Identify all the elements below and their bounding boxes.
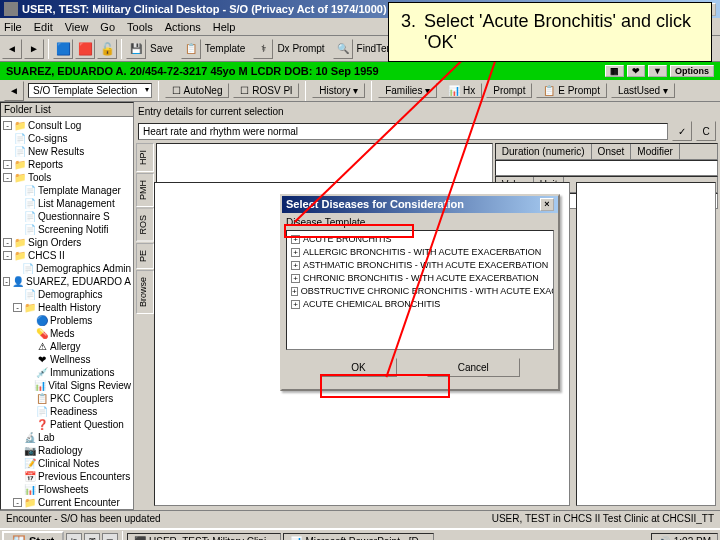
cancel-button[interactable]: Cancel bbox=[427, 358, 520, 377]
vtab-pmh[interactable]: PMH bbox=[136, 173, 154, 207]
sb-icon-1[interactable]: ◄ bbox=[4, 81, 24, 101]
history-button[interactable]: History ▾ bbox=[312, 83, 365, 98]
task-app2[interactable]: 📊 Microsoft PowerPoint - [D... bbox=[283, 533, 434, 541]
disease-item[interactable]: +CHRONIC BRONCHITIS - WITH ACUTE EXACERB… bbox=[289, 272, 551, 285]
tree-item[interactable]: 📊Flowsheets bbox=[3, 483, 131, 496]
nav-back-button[interactable]: ◄ bbox=[2, 39, 22, 59]
vtab-browse[interactable]: Browse bbox=[136, 270, 154, 314]
start-button[interactable]: 🪟 Start bbox=[2, 531, 64, 541]
tree-item[interactable]: -📁CHCS II bbox=[3, 249, 131, 262]
tree-item[interactable]: ⚠Allergy bbox=[3, 340, 131, 353]
disease-item[interactable]: +ACUTE BRONCHITIS bbox=[289, 233, 551, 246]
rosvpl-button[interactable]: ☐ ROSV Pl bbox=[233, 83, 299, 98]
tree-item[interactable]: 📷Radiology bbox=[3, 444, 131, 457]
vtab-pe[interactable]: PE bbox=[136, 243, 154, 269]
template-icon[interactable]: 📋 bbox=[181, 39, 201, 59]
menu-view[interactable]: View bbox=[65, 21, 89, 33]
template-combo[interactable]: S/O Template Selection bbox=[28, 83, 152, 98]
tree-item[interactable]: 📝Clinical Notes bbox=[3, 457, 131, 470]
toolbar-icon-1[interactable]: 🟦 bbox=[53, 39, 73, 59]
desc-btn-1[interactable]: ✓ bbox=[672, 121, 692, 141]
dialog-close-button[interactable]: × bbox=[540, 198, 554, 211]
system-tray[interactable]: 🔊 1:02 PM bbox=[651, 533, 718, 541]
vtab-hpi[interactable]: HPI bbox=[136, 143, 154, 172]
dxprompt-icon[interactable]: ⚕ bbox=[253, 39, 273, 59]
desc-btn-2[interactable]: C bbox=[696, 121, 716, 141]
tree-item[interactable]: -📁Health History bbox=[3, 301, 131, 314]
toolbar-divider bbox=[48, 39, 49, 59]
patient-banner: SUAREZ, EDUARDO A. 20/454-72-3217 45yo M… bbox=[0, 62, 720, 80]
menu-tools[interactable]: Tools bbox=[127, 21, 153, 33]
desc-input[interactable] bbox=[138, 123, 668, 140]
tree-item[interactable]: 📄Template Manager bbox=[3, 184, 131, 197]
tree-item[interactable]: 📄Questionnaire S bbox=[3, 210, 131, 223]
tree-item[interactable]: 🔬Lab bbox=[3, 431, 131, 444]
tree-item[interactable]: 📄New Results bbox=[3, 145, 131, 158]
tree-item[interactable]: 📊Vital Signs Review bbox=[3, 379, 131, 392]
menu-help[interactable]: Help bbox=[213, 21, 236, 33]
prompt-button[interactable]: Prompt bbox=[486, 83, 532, 98]
tree-item[interactable]: 📄Readiness bbox=[3, 405, 131, 418]
tree-item[interactable]: 💊Meds bbox=[3, 327, 131, 340]
folder-tree[interactable]: Folder List -📁Consult Log📄Co-signs📄New R… bbox=[0, 102, 134, 510]
tree-item[interactable]: 📄Screening Notifi bbox=[3, 223, 131, 236]
save-icon[interactable]: 💾 bbox=[126, 39, 146, 59]
disease-item[interactable]: +ASTHMATIC BRONCHITIS - WITH ACUTE EXACE… bbox=[289, 259, 551, 272]
dialog-titlebar: Select Diseases for Consideration × bbox=[282, 196, 558, 213]
tree-item[interactable]: 📄Demographics Admin bbox=[3, 262, 131, 275]
task-app1[interactable]: ⬛ USER, TEST: Military Clini... bbox=[127, 533, 281, 541]
tray-icon[interactable]: 🔊 bbox=[658, 536, 670, 541]
ok-button[interactable]: OK bbox=[320, 358, 396, 377]
toolbar-divider bbox=[158, 81, 159, 101]
hx-button[interactable]: 📊 Hx bbox=[441, 83, 482, 98]
quicklaunch-1[interactable]: ie bbox=[66, 533, 82, 540]
vtab-ros[interactable]: ROS bbox=[136, 208, 154, 242]
disease-item[interactable]: +ACUTE CHEMICAL BRONCHITIS bbox=[289, 298, 551, 311]
disease-item[interactable]: +OBSTRUCTIVE CHRONIC BRONCHITIS - WITH A… bbox=[289, 285, 551, 298]
right-panel[interactable] bbox=[576, 182, 716, 506]
panel-r1[interactable] bbox=[495, 160, 718, 176]
app-icon bbox=[4, 2, 18, 16]
tree-item[interactable]: -📁Sign Orders bbox=[3, 236, 131, 249]
autoneg-button[interactable]: ☐ AutoNeg bbox=[165, 83, 229, 98]
callout-text: Select 'Acute Bronchitis' and click 'OK' bbox=[424, 11, 699, 53]
patient-icon-1[interactable]: ▦ bbox=[605, 65, 624, 77]
tree-item[interactable]: 📄Demographics bbox=[3, 288, 131, 301]
tree-item[interactable]: 📋PKC Couplers bbox=[3, 392, 131, 405]
disease-list[interactable]: +ACUTE BRONCHITIS+ALLERGIC BRONCHITIS - … bbox=[286, 230, 554, 350]
menu-file[interactable]: File bbox=[4, 21, 22, 33]
nav-fwd-button[interactable]: ► bbox=[24, 39, 44, 59]
disease-item[interactable]: +ALLERGIC BRONCHITIS - WITH ACUTE EXACER… bbox=[289, 246, 551, 259]
tree-item[interactable]: 📅Previous Encounters bbox=[3, 470, 131, 483]
menu-actions[interactable]: Actions bbox=[165, 21, 201, 33]
tree-item[interactable]: 📄List Management bbox=[3, 197, 131, 210]
folder-tree-header: Folder List bbox=[1, 103, 133, 117]
tree-item[interactable]: -📁Current Encounter bbox=[3, 496, 131, 509]
instruction-callout: 3. Select 'Acute Bronchitis' and click '… bbox=[388, 2, 712, 62]
tree-item[interactable]: -📁Consult Log bbox=[3, 119, 131, 132]
findterm-icon[interactable]: 🔍 bbox=[333, 39, 353, 59]
tray-time: 1:02 PM bbox=[674, 536, 711, 541]
tree-item[interactable]: -📁Tools bbox=[3, 171, 131, 184]
lastused-button[interactable]: LastUsed ▾ bbox=[611, 83, 675, 98]
patient-icon-3[interactable]: ▼ bbox=[648, 65, 667, 77]
tree-item[interactable]: ✓Screening bbox=[3, 509, 131, 510]
toolbar-icon-2[interactable]: 🟥 bbox=[75, 39, 95, 59]
tree-item[interactable]: 📄Co-signs bbox=[3, 132, 131, 145]
tree-item[interactable]: -📁Reports bbox=[3, 158, 131, 171]
menu-go[interactable]: Go bbox=[100, 21, 115, 33]
eprompt-button[interactable]: 📋 E Prompt bbox=[536, 83, 606, 98]
tree-item[interactable]: -👤SUAREZ, EDUARDO A bbox=[3, 275, 131, 288]
families-button[interactable]: Families ▾ bbox=[378, 83, 437, 98]
quicklaunch-3[interactable]: ▭ bbox=[102, 533, 118, 540]
options-button[interactable]: Options bbox=[670, 65, 714, 77]
tree-item[interactable]: ❤Wellness bbox=[3, 353, 131, 366]
tree-item[interactable]: 💉Immunizations bbox=[3, 366, 131, 379]
tree-item[interactable]: 🔵Problems bbox=[3, 314, 131, 327]
quicklaunch-2[interactable]: ✉ bbox=[84, 533, 100, 540]
patient-icon-2[interactable]: ❤ bbox=[627, 65, 645, 77]
tree-item[interactable]: ❓Patient Question bbox=[3, 418, 131, 431]
menu-edit[interactable]: Edit bbox=[34, 21, 53, 33]
toolbar-divider bbox=[371, 81, 372, 101]
toolbar-icon-3[interactable]: 🔓 bbox=[97, 39, 117, 59]
